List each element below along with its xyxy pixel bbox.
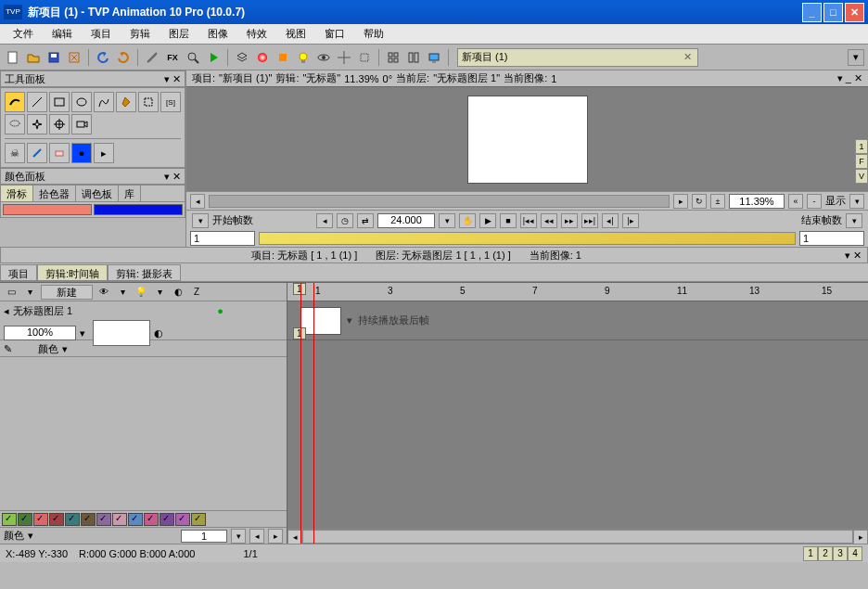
- color-swatch[interactable]: [112, 513, 127, 526]
- tab-timeline[interactable]: 剪辑:时间轴: [37, 264, 108, 281]
- menu-help[interactable]: 帮助: [354, 24, 393, 44]
- mid-menu-icon[interactable]: ▾ ✕: [845, 250, 862, 262]
- timeline-track[interactable]: ▾ 持续播放最后帧 1: [287, 301, 868, 340]
- layer-box-icon[interactable]: ▭: [4, 285, 19, 300]
- minimize-button[interactable]: _: [802, 3, 822, 22]
- side-tab-v[interactable]: V: [855, 169, 868, 184]
- color-swatch[interactable]: [144, 513, 159, 526]
- fill-icon[interactable]: [274, 48, 292, 67]
- color-tab-picker[interactable]: 拾色器: [33, 186, 76, 201]
- maximize-button[interactable]: □: [823, 3, 843, 22]
- color-swatch[interactable]: [18, 513, 32, 526]
- play-icon[interactable]: ▶: [479, 213, 496, 228]
- light-col-icon[interactable]: 💡: [134, 285, 148, 300]
- guides-icon[interactable]: [335, 48, 353, 67]
- tsc-right[interactable]: ▸: [853, 530, 868, 544]
- color-swatch[interactable]: [128, 513, 143, 526]
- zoom-value[interactable]: 11.39%: [729, 194, 785, 209]
- save-icon[interactable]: [45, 48, 63, 67]
- redo-icon[interactable]: [114, 48, 133, 67]
- menu-project[interactable]: 项目: [82, 24, 121, 44]
- go-start-icon[interactable]: ▾: [192, 213, 209, 228]
- ellipse-tool-icon[interactable]: [71, 92, 92, 112]
- zoom-icon[interactable]: [184, 48, 202, 67]
- panel-menu-icon[interactable]: ▾ _ ✕: [837, 72, 862, 84]
- lightbulb-icon[interactable]: [294, 48, 313, 67]
- color-tab-library[interactable]: 库: [119, 186, 141, 201]
- project-dropdown[interactable]: 新项目 (1) ✕: [457, 48, 698, 67]
- zoom-out-icon[interactable]: «: [788, 194, 803, 209]
- crop-tool-icon[interactable]: [138, 92, 159, 112]
- eraser-icon[interactable]: [49, 143, 70, 163]
- tab-project[interactable]: 项目: [0, 264, 37, 281]
- opacity-input[interactable]: 100%: [4, 326, 76, 340]
- mode-value-input[interactable]: 1: [181, 530, 227, 543]
- eye-col-icon[interactable]: 👁: [96, 285, 111, 300]
- color-a-icon[interactable]: ●: [71, 143, 92, 163]
- close-project-icon[interactable]: [65, 48, 83, 67]
- blend-menu-icon[interactable]: ▾: [62, 343, 68, 355]
- play-tb-icon[interactable]: [204, 48, 223, 67]
- grid-2-icon[interactable]: [404, 48, 423, 67]
- lasso-tool-icon[interactable]: [5, 114, 25, 134]
- layers-icon[interactable]: [233, 48, 251, 67]
- prev-icon[interactable]: ◂: [316, 213, 333, 228]
- zoom-right-icon[interactable]: ▸: [673, 194, 688, 209]
- step-fwd-icon[interactable]: |▸: [622, 213, 639, 228]
- skull-brush-icon[interactable]: ☠: [5, 143, 25, 163]
- fps-input[interactable]: 24.000: [377, 213, 435, 228]
- rect-tool-icon[interactable]: [49, 92, 70, 112]
- new-file-icon[interactable]: [4, 48, 22, 67]
- thumb-menu-icon[interactable]: ◐: [154, 327, 163, 339]
- menu-view[interactable]: 视图: [276, 24, 315, 44]
- color-swatch[interactable]: [191, 513, 206, 526]
- status-tab-4[interactable]: 4: [848, 546, 862, 561]
- color-swatch[interactable]: [2, 513, 17, 526]
- color-swatch[interactable]: [49, 513, 64, 526]
- tab-xsheet[interactable]: 剪辑: 摄影表: [108, 264, 181, 281]
- menu-layer[interactable]: 图层: [160, 24, 198, 44]
- panel-menu-icon[interactable]: ▾ ✕: [164, 73, 181, 85]
- color-wheel-icon[interactable]: [253, 48, 272, 67]
- frame-end-input[interactable]: 1: [799, 231, 864, 246]
- color-swatch[interactable]: [81, 513, 96, 526]
- stop-icon[interactable]: ■: [500, 213, 517, 228]
- mode-menu-icon[interactable]: ▾: [28, 530, 33, 542]
- opacity-menu-icon[interactable]: ▾: [80, 327, 85, 339]
- current-frame-marker[interactable]: 1: [293, 283, 306, 295]
- next-frame-icon[interactable]: ▸▸: [561, 213, 578, 228]
- mark-col-icon[interactable]: ◐: [171, 285, 185, 300]
- color-tab-sliders[interactable]: 滑标: [1, 186, 33, 201]
- brush-preset-icon[interactable]: [143, 48, 161, 67]
- new-layer-button[interactable]: 新建: [41, 285, 93, 300]
- pen-brush-icon[interactable]: [27, 143, 47, 163]
- monitor-icon[interactable]: [425, 48, 443, 67]
- select-rect-icon[interactable]: [S]: [160, 92, 181, 112]
- undo-icon[interactable]: [94, 48, 112, 67]
- eye-icon[interactable]: ●: [217, 305, 223, 316]
- layer-menu-icon[interactable]: ▾: [22, 285, 37, 300]
- color-tab-palette[interactable]: 调色板: [76, 186, 119, 201]
- cel-thumbnail[interactable]: [300, 307, 341, 335]
- last-frame-icon[interactable]: ▸▸|: [581, 213, 598, 228]
- loop-icon[interactable]: ⇄: [357, 213, 374, 228]
- more-tools-icon[interactable]: ▸: [94, 143, 114, 163]
- canvas[interactable]: 1 F V: [186, 87, 868, 191]
- layer-row[interactable]: ◂ 无标题图层 1 ● 100% ▾ ◐: [0, 301, 287, 340]
- color-swatch[interactable]: [96, 513, 111, 526]
- color-swatch[interactable]: [160, 513, 174, 526]
- hand-icon[interactable]: ✋: [459, 213, 476, 228]
- side-tab-f[interactable]: F: [855, 154, 868, 169]
- playhead-in[interactable]: [300, 283, 301, 544]
- first-frame-icon[interactable]: |◂◂: [520, 213, 537, 228]
- canvas-page[interactable]: [467, 96, 588, 184]
- mode-right-icon[interactable]: ▸: [268, 529, 283, 544]
- color-swatch[interactable]: [65, 513, 80, 526]
- eye-tb-icon[interactable]: [314, 48, 333, 67]
- menu-effects[interactable]: 特效: [237, 24, 276, 44]
- lock-col-icon[interactable]: ▾: [152, 285, 167, 300]
- wand-tool-icon[interactable]: [27, 114, 47, 134]
- timeline-ruler[interactable]: 1 13579111315: [287, 283, 868, 301]
- rotate-reset-icon[interactable]: ↻: [692, 194, 707, 209]
- onion-col-icon[interactable]: ▾: [115, 285, 130, 300]
